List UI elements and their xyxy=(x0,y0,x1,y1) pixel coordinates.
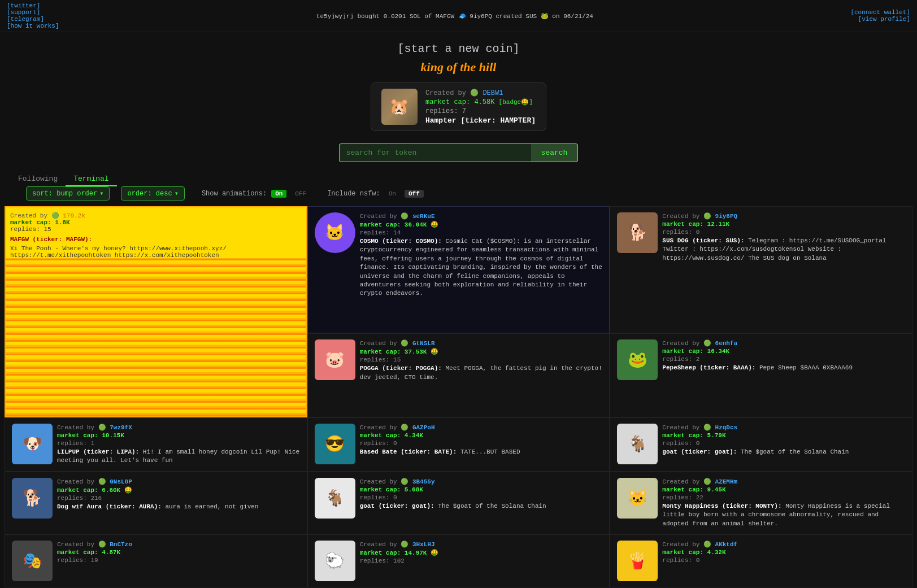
sort-dropdown[interactable]: sort: bump order ▾ xyxy=(26,186,110,201)
goat1-mcap: market cap: 5.79K xyxy=(662,432,905,439)
akktdf-card[interactable]: 🍟 Created by 🟢 AKktdf market cap: 4.32K … xyxy=(610,534,912,587)
goat1-img: 🐐 xyxy=(617,424,658,464)
controls-row: sort: bump order ▾ order: desc ▾ Show an… xyxy=(10,186,907,206)
header: [start a new coin] king of the hill 🐹 Cr… xyxy=(0,32,917,136)
bnctzo-card[interactable]: 🎭 Created by 🟢 BnCTzo market cap: 4.87K … xyxy=(5,534,307,587)
how-it-works-link[interactable]: [how it works] xyxy=(7,23,59,29)
goat1-body: Created by 🟢 HzqDcs market cap: 5.79K re… xyxy=(662,424,905,465)
featured-created: Created by 🟢 179.2k xyxy=(10,212,85,219)
featured-mcap: market cap: 1.8K xyxy=(10,219,85,226)
cosmo-card[interactable]: 🐱 Created by 🟢 seRKuE market cap: 36.04K… xyxy=(307,206,610,333)
goat2-desc: goat (ticker: goat): The $goat of the So… xyxy=(360,502,603,511)
hxlhj-body: Created by 🟢 3HxLHJ market cap: 14.97K 🤑… xyxy=(360,541,603,581)
pogga-card[interactable]: 🐷 Created by 🟢 GtNSLR market cap: 37.53K… xyxy=(307,333,610,417)
hxlhj-mcap: market cap: 14.97K 🤑 xyxy=(360,549,603,556)
monty-mcap: market cap: 9.45K xyxy=(662,486,905,493)
king-market-cap: market cap: 4.58K [badge🤑] xyxy=(425,98,536,106)
tab-bar: Following Terminal xyxy=(10,172,907,186)
goat2-replies: replies: 0 xyxy=(360,494,603,501)
sus-created: Created by 🟢 9iy6PQ xyxy=(662,212,905,220)
sus-mcap: market cap: 12.11K xyxy=(662,221,905,228)
monty-img: 🐱 xyxy=(617,478,658,519)
featured-inner: Created by 🟢 179.2k market cap: 1.8K rep… xyxy=(6,207,306,416)
support-link[interactable]: [support] xyxy=(7,9,59,16)
view-profile-link[interactable]: [view profile] xyxy=(858,16,910,23)
aura-body: Created by 🟢 GNsL8P market cap: 6.60K 🤑 … xyxy=(57,478,300,528)
king-token-name: Hampter [ticker: HAMPTER] xyxy=(425,116,536,125)
search-input[interactable] xyxy=(339,143,531,162)
lilpup-mcap: market cap: 10.15K xyxy=(57,432,300,439)
lilpup-body: Created by 🟢 7wz9fX market cap: 10.15K r… xyxy=(57,424,300,465)
nsfw-on-toggle[interactable]: On xyxy=(385,190,400,198)
goat1-desc: goat (ticker: goat): The $goat of the So… xyxy=(662,448,905,456)
goat1-replies: replies: 0 xyxy=(662,440,905,447)
bate-body: Created by 🟢 GAZPoH market cap: 4.34K re… xyxy=(360,424,603,465)
monty-card[interactable]: 🐱 Created by 🟢 AZEMHm market cap: 9.45K … xyxy=(610,472,912,534)
lilpup-created: Created by 🟢 7wz9fX xyxy=(57,424,300,431)
akktdf-img: 🍟 xyxy=(617,541,658,581)
akktdf-replies: replies: 0 xyxy=(662,557,905,564)
top-bar-links: [twitter] [support] [telegram] [how it w… xyxy=(7,2,59,29)
tabs-controls-wrapper: Following Terminal sort: bump order ▾ or… xyxy=(0,172,917,206)
baaa-card[interactable]: 🐸 Created by 🟢 6enhfa market cap: 16.34K… xyxy=(610,333,912,417)
bnctzo-replies: replies: 19 xyxy=(57,557,300,564)
search-button[interactable]: search xyxy=(531,143,579,162)
goat1-created: Created by 🟢 HzqDcs xyxy=(662,424,905,431)
akktdf-mcap: market cap: 4.32K xyxy=(662,549,905,556)
start-coin-title[interactable]: [start a new coin] xyxy=(0,42,917,55)
baaa-img: 🐸 xyxy=(617,339,658,380)
bate-mcap: market cap: 4.34K xyxy=(360,432,603,439)
baaa-mcap: market cap: 16.34K xyxy=(662,348,905,355)
telegram-link[interactable]: [telegram] xyxy=(7,16,59,23)
hxlhj-img: 🐑 xyxy=(315,541,355,581)
sus-card[interactable]: 🐕 Created by 🟢 9iy6PQ market cap: 12.11K… xyxy=(610,206,912,333)
tab-terminal[interactable]: Terminal xyxy=(66,172,116,186)
bate-replies: replies: 0 xyxy=(360,440,603,447)
featured-replies: replies: 15 xyxy=(10,226,85,233)
king-replies: replies: 7 xyxy=(425,107,536,115)
aura-created: Created by 🟢 GNsL8P xyxy=(57,478,300,485)
lilpup-desc: LILPUP (ticker: LIPA): Hi! I am small ho… xyxy=(57,448,300,465)
goat1-card[interactable]: 🐐 Created by 🟢 HzqDcs market cap: 5.79K … xyxy=(610,417,912,472)
king-created-by: Created by 🟢 DEBW1 xyxy=(425,89,536,97)
cosmo-replies: replies: 14 xyxy=(360,229,603,236)
king-of-hill-title: king of the hill xyxy=(0,60,917,75)
pogga-replies: replies: 15 xyxy=(360,356,603,363)
aura-card[interactable]: 🐕 Created by 🟢 GNsL8P market cap: 6.60K … xyxy=(5,472,307,534)
order-dropdown[interactable]: order: desc ▾ xyxy=(121,186,184,201)
lilpup-replies: replies: 1 xyxy=(57,440,300,447)
monty-created: Created by 🟢 AZEMHm xyxy=(662,478,905,485)
bate-created: Created by 🟢 GAZPoH xyxy=(360,424,603,431)
cosmo-desc: COSMO (ticker: COSMO): Cosmic Cat ($COSM… xyxy=(360,237,603,298)
monty-desc: Monty Happiness (ticker: MONTY): Monty H… xyxy=(662,502,905,528)
sus-desc: SUS DOG (ticker: SUS): Telegram : https:… xyxy=(662,237,905,263)
anim-on-toggle[interactable]: On xyxy=(271,190,286,198)
goat2-card[interactable]: 🐐 Created by 🟢 3B455y market cap: 5.68K … xyxy=(307,472,610,534)
king-card[interactable]: 🐹 Created by 🟢 DEBW1 market cap: 4.58K [… xyxy=(371,82,546,131)
twitter-link[interactable]: [twitter] xyxy=(7,2,59,9)
baaa-desc: PepeSheep (ticker: BAAA): Pepe Sheep $BA… xyxy=(662,364,905,372)
king-card-image: 🐹 xyxy=(381,89,418,125)
tab-following[interactable]: Following xyxy=(10,172,66,186)
token-grid: Created by 🟢 179.2k market cap: 1.8K rep… xyxy=(0,206,917,587)
featured-card[interactable]: Created by 🟢 179.2k market cap: 1.8K rep… xyxy=(5,206,307,417)
nsfw-off-toggle[interactable]: Off xyxy=(405,190,424,198)
cosmo-mcap: market cap: 36.04K 🤑 xyxy=(360,221,603,228)
sus-img: 🐕 xyxy=(617,212,658,253)
lilpup-card[interactable]: 🐶 Created by 🟢 7wz9fX market cap: 10.15K… xyxy=(5,417,307,472)
bate-desc: Based Bate (ticker: BATE): TATE...BUT BA… xyxy=(360,448,603,456)
bnctzo-img: 🎭 xyxy=(12,541,53,581)
bate-card[interactable]: 😎 Created by 🟢 GAZPoH market cap: 4.34K … xyxy=(307,417,610,472)
hxlhj-card[interactable]: 🐑 Created by 🟢 3HxLHJ market cap: 14.97K… xyxy=(307,534,610,587)
baaa-body: Created by 🟢 6enhfa market cap: 16.34K r… xyxy=(662,339,905,411)
goat2-img: 🐐 xyxy=(315,478,355,519)
anim-off-toggle[interactable]: OFF xyxy=(291,190,310,198)
animations-control: Show animations: On OFF xyxy=(202,190,310,198)
king-card-info: Created by 🟢 DEBW1 market cap: 4.58K [ba… xyxy=(425,89,536,125)
pogga-img: 🐷 xyxy=(315,339,355,380)
aura-mcap: market cap: 6.60K 🤑 xyxy=(57,486,300,494)
baaa-replies: replies: 2 xyxy=(662,356,905,363)
sus-replies: replies: 0 xyxy=(662,229,905,236)
aura-img: 🐕 xyxy=(12,478,53,519)
connect-wallet-link[interactable]: [connect wallet] xyxy=(850,9,910,16)
